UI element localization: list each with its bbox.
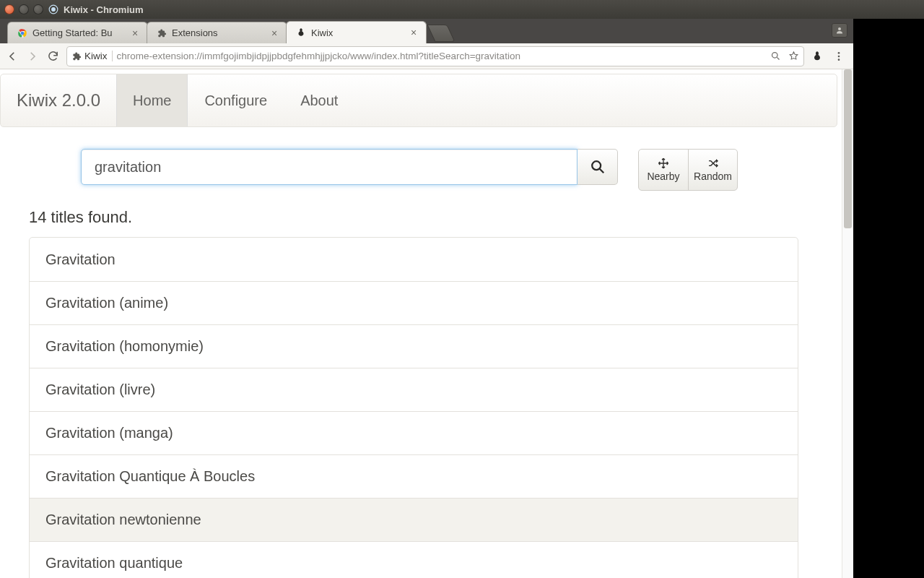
puzzle-icon (156, 27, 167, 39)
browser-tab[interactable]: Getting Started: Bu × (7, 22, 148, 43)
chrome-icon (17, 27, 28, 39)
browser-tab[interactable]: Kiwix × (286, 21, 427, 43)
viewport: Kiwix 2.0.0 Home Configure About (0, 69, 853, 578)
nearby-label: Nearby (647, 171, 679, 182)
result-item[interactable]: Gravitation newtonienne (30, 498, 798, 541)
profile-button[interactable] (832, 23, 847, 38)
result-item[interactable]: Gravitation Quantique À Boucles (30, 454, 798, 498)
forward-button[interactable] (26, 50, 39, 63)
window-close-button[interactable] (4, 4, 14, 14)
result-item[interactable]: Gravitation (homonymie) (30, 324, 798, 368)
nearby-button[interactable]: Nearby (639, 150, 688, 190)
vertical-scrollbar[interactable] (842, 69, 853, 578)
zoom-icon[interactable] (770, 51, 781, 61)
app-brand: Kiwix 2.0.0 (1, 74, 116, 126)
back-button[interactable] (6, 50, 19, 63)
window-titlebar: Kiwix - Chromium (0, 0, 924, 19)
svg-point-6 (772, 53, 778, 59)
close-icon[interactable]: × (269, 28, 279, 38)
random-label: Random (694, 171, 732, 182)
result-item[interactable]: Gravitation (manga) (30, 411, 798, 454)
svg-point-10 (592, 161, 601, 170)
bookmark-icon[interactable] (788, 51, 799, 61)
new-tab-button[interactable] (427, 25, 455, 42)
search-input[interactable] (81, 149, 578, 185)
close-icon[interactable]: × (130, 28, 140, 38)
shuffle-icon (707, 158, 720, 169)
svg-point-8 (838, 55, 840, 57)
window-buttons (4, 4, 43, 14)
toolbar: Kiwix chrome-extension://immfgojimbjidpj… (0, 43, 853, 69)
page-content: Kiwix 2.0.0 Home Configure About (0, 69, 842, 578)
result-item[interactable]: Gravitation (livre) (30, 368, 798, 411)
tab-strip: Getting Started: Bu × Extensions × Kiwix… (0, 19, 853, 43)
kiwix-extension-icon[interactable] (811, 51, 826, 62)
browser-tab-label: Extensions (172, 27, 265, 38)
svg-point-9 (838, 59, 840, 61)
browser-tab-label: Kiwix (311, 27, 404, 38)
close-icon[interactable]: × (409, 27, 419, 38)
search-group (81, 149, 618, 185)
svg-point-1 (51, 7, 56, 12)
search-button[interactable] (578, 149, 618, 185)
results-count: 14 titles found. (0, 191, 842, 233)
browser-tab[interactable]: Extensions × (147, 22, 287, 43)
desktop-background-strip (853, 19, 924, 578)
browser-window: Getting Started: Bu × Extensions × Kiwix… (0, 19, 853, 578)
scrollbar-thumb[interactable] (844, 69, 852, 228)
tab-about[interactable]: About (284, 74, 354, 126)
browser-tab-label: Getting Started: Bu (32, 27, 126, 38)
window-minimize-button[interactable] (19, 4, 29, 14)
reload-button[interactable] (46, 50, 59, 63)
tab-configure[interactable]: Configure (188, 74, 284, 126)
tab-home[interactable]: Home (116, 74, 188, 126)
search-row: Nearby Random (0, 127, 842, 191)
svg-point-7 (838, 52, 840, 54)
results-list: GravitationGravitation (anime)Gravitatio… (29, 237, 798, 578)
result-item[interactable]: Gravitation quantique (30, 541, 798, 578)
app-navbar: Kiwix 2.0.0 Home Configure About (0, 74, 837, 127)
extension-chip-label: Kiwix (84, 51, 108, 61)
window-title: Kiwix - Chromium (64, 4, 144, 15)
window-maximize-button[interactable] (33, 4, 43, 14)
app-nav-tabs: Home Configure About (116, 74, 354, 126)
kiwix-icon (295, 27, 307, 38)
util-button-group: Nearby Random (638, 149, 738, 191)
move-icon (658, 158, 669, 169)
result-item[interactable]: Gravitation (anime) (30, 281, 798, 324)
address-bar[interactable]: Kiwix chrome-extension://immfgojimbjidpj… (66, 46, 804, 66)
random-button[interactable]: Random (688, 150, 737, 190)
browser-menu-button[interactable] (833, 51, 847, 62)
address-bar-url: chrome-extension://immfgojimbjidpjjpbdgf… (117, 51, 766, 61)
extension-chip: Kiwix (71, 51, 113, 61)
result-item[interactable]: Gravitation (30, 238, 798, 281)
window-app-icon (48, 4, 59, 15)
svg-point-5 (838, 27, 841, 30)
